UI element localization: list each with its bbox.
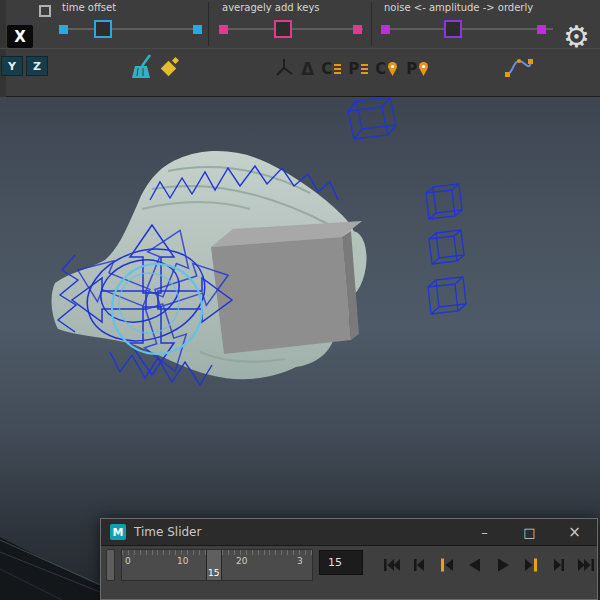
slider-label-noise-amplitude: noise <- amplitude -> orderly [378,1,556,13]
letter-c: C [321,60,332,78]
tick-label: 0 [125,556,131,566]
slider-label-time-offset: time offset [56,1,204,13]
gear-icon[interactable]: ⚙ [563,22,590,52]
slider-group-noise-amplitude: noise <- amplitude -> orderly [378,1,556,45]
maximize-button[interactable]: □ [507,519,552,546]
play-backwards-button[interactable] [461,551,488,578]
maya-app-icon: M [110,524,126,540]
wireframe-cube-1[interactable] [348,97,396,139]
playback-controls [377,551,600,578]
slider-end-handle[interactable] [193,25,202,34]
axis-x-button[interactable]: X [7,25,33,48]
map-pin-icon [417,61,430,77]
slider-end-handle[interactable] [219,25,228,34]
anim-curve-icon[interactable] [504,55,534,85]
tick-label: 20 [236,556,247,566]
slider-main-handle[interactable] [274,20,292,38]
letter-p: P [348,60,359,78]
slider-main-handle[interactable] [94,20,112,38]
go-to-end-button[interactable] [573,551,600,578]
letter-p: P [406,60,417,78]
play-forwards-button[interactable] [489,551,516,578]
tick-label: 10 [177,556,188,566]
wireframe-cube-4[interactable] [428,277,466,314]
slider-group-time-offset: time offset [56,1,204,45]
cube-model[interactable] [211,221,362,354]
c-pin-button[interactable]: C [375,60,399,78]
orange-bars-icon [361,64,368,74]
step-forward-frame-button[interactable] [545,551,572,578]
slider-label-averagely-add-keys: averagely add keys [216,1,366,13]
current-frame-field[interactable]: 15 [319,550,363,575]
orange-bars-icon [334,64,341,74]
toolbar: time offset averagely add keys noise <- … [0,0,600,97]
slider-time-offset[interactable] [56,15,204,45]
slider-group-averagely-add-keys: averagely add keys [216,1,366,45]
slider-end-handle[interactable] [381,25,390,34]
wireframe-cube-2[interactable] [426,184,462,219]
slider-main-handle[interactable] [444,20,462,38]
step-back-key-button[interactable] [433,551,460,578]
time-slider-titlebar[interactable]: M Time Slider – □ × [101,519,597,546]
window-title: Time Slider [134,525,462,539]
minimize-button[interactable]: – [462,519,507,546]
application-window: time offset averagely add keys noise <- … [0,0,600,600]
axis-z-button[interactable]: Z [26,56,48,76]
delta-icon[interactable]: Δ [301,59,314,79]
toolbar-separator [208,2,209,46]
toolbar-separator [371,2,372,46]
slider-track[interactable] [59,28,201,30]
p-list-button[interactable]: P [348,60,368,78]
c-list-button[interactable]: C [321,60,341,78]
key-diamond-icon[interactable] [157,56,181,84]
current-frame-label: 15 [208,568,219,578]
slider-end-handle[interactable] [353,25,362,34]
axis-tripod-icon[interactable] [274,56,294,82]
wireframe-cube-3[interactable] [429,230,464,264]
timeline-grip[interactable] [106,549,115,581]
slider-averagely-add-keys[interactable] [216,15,366,45]
go-to-start-button[interactable] [377,551,404,578]
map-pin-icon [386,61,399,77]
p-pin-button[interactable]: P [406,60,430,78]
stop-square-icon[interactable] [39,5,51,17]
time-slider-window[interactable]: M Time Slider – □ × 0 10 20 3 15 15 [100,518,598,600]
toolbar-divider [0,48,600,49]
step-forward-key-button[interactable] [517,551,544,578]
slider-track[interactable] [381,28,553,30]
slider-noise-amplitude[interactable] [378,15,556,45]
axis-y-button[interactable]: Y [1,56,23,76]
broom-icon[interactable] [130,53,156,85]
slider-end-handle[interactable] [537,25,546,34]
slider-end-handle[interactable] [59,25,68,34]
timeline-scrub-area[interactable]: 0 10 20 3 15 [121,549,313,581]
tick-label: 3 [297,556,303,566]
window-controls: – □ × [462,519,597,546]
close-button[interactable]: × [552,519,597,546]
step-back-frame-button[interactable] [405,551,432,578]
time-slider-content: 0 10 20 3 15 15 [101,546,597,599]
letter-c: C [375,60,386,78]
toolbar-center-icons: Δ C P C P [274,54,430,84]
